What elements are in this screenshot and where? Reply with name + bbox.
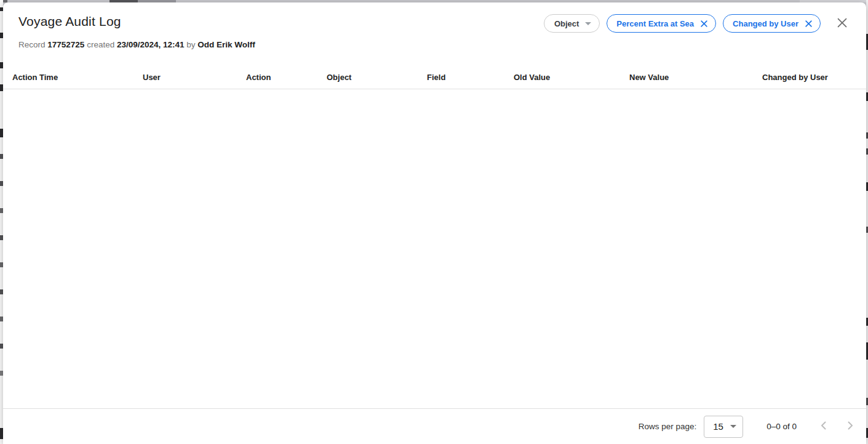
- close-dialog-button[interactable]: [834, 15, 851, 32]
- close-x-icon: [835, 16, 849, 31]
- pagination-range: 0–0 of 0: [766, 422, 797, 431]
- by-label: by: [186, 40, 195, 49]
- column-header-user: User: [143, 73, 246, 82]
- chevron-right-icon: [843, 418, 858, 435]
- pagination-bar: Rows per page: 15 0–0 of 0: [3, 408, 866, 444]
- record-summary: Record 17752725 created 23/09/2024, 12:4…: [18, 40, 851, 49]
- x-icon[interactable]: [804, 19, 813, 28]
- column-header-object: Object: [327, 73, 427, 82]
- column-header-new-value: New Value: [629, 73, 762, 82]
- rows-per-page-value: 15: [713, 421, 723, 432]
- dialog-header: Voyage Audit Log Record 17752725 created…: [3, 2, 866, 49]
- rows-per-page-select[interactable]: 15: [704, 416, 743, 438]
- previous-page-button[interactable]: [816, 419, 831, 434]
- object-filter-label: Object: [554, 19, 579, 28]
- voyage-audit-log-dialog: Voyage Audit Log Record 17752725 created…: [3, 2, 866, 444]
- filter-chip-changed-by-user[interactable]: Changed by User: [723, 14, 821, 33]
- column-header-changed-by-user: Changed by User: [762, 73, 866, 82]
- filter-chip-percent-extra-at-sea[interactable]: Percent Extra at Sea: [607, 14, 716, 33]
- audit-log-table-header: Action Time User Action Object Field Old…: [3, 66, 866, 89]
- chevron-down-icon: [585, 22, 591, 25]
- created-timestamp: 23/09/2024, 12:41: [117, 40, 185, 49]
- chevron-left-icon: [816, 418, 831, 435]
- column-header-old-value: Old Value: [514, 73, 629, 82]
- filter-chip-label: Changed by User: [733, 19, 798, 28]
- chevron-down-icon: [730, 425, 736, 428]
- column-header-action-time: Action Time: [12, 73, 143, 82]
- column-header-action: Action: [246, 73, 327, 82]
- next-page-button[interactable]: [843, 419, 858, 434]
- created-by-user: Odd Erik Wolff: [197, 40, 255, 49]
- audit-log-empty-body: [3, 89, 866, 408]
- column-header-field: Field: [427, 73, 514, 82]
- object-filter-dropdown[interactable]: Object: [544, 14, 600, 33]
- record-id: 17752725: [47, 40, 84, 49]
- record-label: Record: [18, 40, 46, 49]
- x-icon[interactable]: [699, 19, 709, 28]
- created-label: created: [87, 40, 114, 49]
- filter-controls: Object Percent Extra at Sea Changed by U…: [544, 14, 851, 33]
- filter-chip-label: Percent Extra at Sea: [616, 19, 694, 28]
- rows-per-page-label: Rows per page:: [639, 422, 697, 431]
